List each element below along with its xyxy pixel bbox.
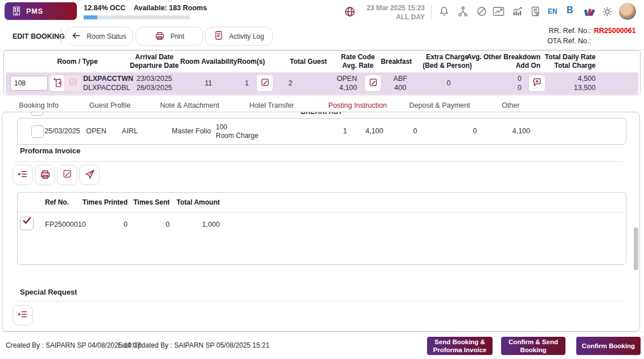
- col-arrival-departure: Arrival DateDeparture Date: [126, 51, 183, 72]
- top-bar: PMS 12.84% OCC Available: 183 Rooms 23 M…: [0, 0, 644, 23]
- room-type-alt: DLXPACCDBL: [83, 83, 129, 92]
- section-divider: [14, 161, 624, 162]
- posting-row-checkbox[interactable]: [31, 112, 43, 116]
- printer-icon: [154, 30, 165, 43]
- total-cell: 4,500 13,500: [550, 72, 596, 94]
- avg-rate: 4,100: [311, 83, 357, 92]
- paper-plane-icon: [84, 169, 95, 182]
- proforma-list-button[interactable]: [13, 165, 33, 185]
- tree-view-icon[interactable]: [457, 6, 469, 17]
- list-outdent-icon: [17, 168, 28, 182]
- posting-amount: 4,100: [349, 119, 383, 144]
- posting-market-code: AIRL: [113, 119, 147, 144]
- dates-cell: 23/03/2025 26/03/2025: [126, 72, 183, 94]
- tab-posting-instruction[interactable]: Posting Instruction: [329, 101, 387, 109]
- proforma-edit-button[interactable]: [57, 165, 77, 185]
- add-on-box-icon: [532, 77, 542, 89]
- proforma-send-button[interactable]: [79, 165, 100, 185]
- room-number-input[interactable]: [10, 76, 48, 91]
- currency-selector[interactable]: B: [567, 5, 573, 15]
- add-on-button[interactable]: [528, 75, 545, 92]
- extra-charge-cell: 0: [426, 72, 471, 94]
- user-avatar[interactable]: [619, 3, 636, 20]
- tab-content-panel: BREAKFAST 25/03/2025 OPEN AIRL Master Fo…: [2, 112, 640, 332]
- notifications-bell-icon[interactable]: [438, 6, 450, 17]
- booking-row[interactable]: DLXPACCTWN DLXPACCDBL 23/03/2025 26/03/2…: [6, 72, 638, 94]
- activity-log-button[interactable]: Activity Log: [205, 27, 273, 46]
- room-status-button[interactable]: Room Status: [65, 27, 133, 46]
- proforma-print-button[interactable]: [35, 165, 55, 185]
- charge-name: Room Charge: [216, 132, 273, 140]
- ota-ref-label: OTA Ref. No.:: [547, 36, 591, 46]
- occupancy-text: 12.84% OCC: [84, 4, 126, 12]
- proforma-table: Ref No. Times Printed Times Sent Total A…: [17, 192, 626, 265]
- current-datetime: 23 Mar 2025 15:23: [353, 3, 425, 13]
- reference-numbers: RR. Ref. No.: RR25000061 OTA Ref. No.:: [547, 26, 639, 46]
- total-charge: 13,500: [550, 83, 596, 92]
- language-selector[interactable]: EN: [548, 7, 557, 15]
- action-bar: EDIT BOOKING : Room Status Print Activit…: [0, 23, 644, 50]
- block-icon[interactable]: [476, 6, 487, 17]
- tab-other[interactable]: Other: [502, 101, 519, 109]
- checkmark-icon: [22, 213, 32, 234]
- avg-other-breakdown-value: 0: [479, 74, 522, 83]
- printer-icon: [39, 168, 51, 182]
- posting-date: 25/03/2025: [44, 119, 79, 144]
- pms-logo[interactable]: PMS: [5, 2, 77, 20]
- datetime-block: 23 Mar 2025 15:23 ALL DAY: [353, 3, 425, 22]
- print-label: Print: [170, 32, 184, 40]
- rate-cell: OPEN 4,100: [311, 72, 357, 94]
- total-guest-cell: 2: [276, 72, 305, 94]
- arrival-date: 23/03/2025: [126, 74, 183, 83]
- activity-log-icon: [214, 30, 224, 42]
- pms-edit-booking-screen: PMS 12.84% OCC Available: 183 Rooms 23 M…: [0, 0, 644, 359]
- pf-col-times-sent: Times Sent: [132, 193, 170, 212]
- avg-other-breakdown-cell: 0 0: [479, 72, 522, 94]
- confirm-booking-button[interactable]: Confirm Booking: [576, 337, 641, 355]
- posting-folio: Master Folio: [169, 119, 214, 144]
- tab-hotel-transfer[interactable]: Hotel Transfer: [249, 101, 294, 109]
- pf-times-printed: 0: [75, 214, 128, 235]
- pf-col-times-printed: Times Printed: [75, 193, 128, 212]
- report-document-icon[interactable]: [530, 6, 541, 17]
- rr-ref-label: RR. Ref. No.:: [547, 26, 591, 36]
- breakfast-rate: 400: [383, 83, 417, 92]
- list-outdent-icon: [17, 308, 28, 322]
- proforma-row-checkbox-checked[interactable]: [20, 217, 34, 230]
- edit-pencil-icon: [62, 169, 72, 181]
- occupancy-progressbar: [84, 15, 190, 19]
- proforma-header-divider: [18, 212, 626, 213]
- door-add-icon: [52, 77, 63, 90]
- edit-guest-button[interactable]: [256, 75, 273, 92]
- tab-guest-profile[interactable]: Guest Profile: [89, 101, 130, 109]
- tab-deposit-payment[interactable]: Deposit & Payment: [409, 101, 470, 109]
- bar-chart-icon[interactable]: [511, 6, 523, 17]
- pf-col-ref-no: Ref No.: [45, 193, 79, 212]
- breakfast-cell: ABF 400: [383, 72, 417, 94]
- col-total-daily-rate: Total Daily RateTotal Charge: [527, 51, 596, 72]
- pf-total-amount: 1,000: [173, 214, 220, 235]
- assign-room-button[interactable]: [49, 75, 66, 92]
- line-chart-icon[interactable]: [493, 6, 504, 17]
- col-rooms: Room(s): [231, 51, 271, 72]
- confirm-send-booking-button[interactable]: Confirm & Send Booking: [501, 337, 565, 355]
- edit-pencil-icon: [260, 77, 270, 89]
- special-request-list-button[interactable]: [13, 305, 33, 325]
- edit-pencil-icon: [68, 77, 77, 89]
- tab-note-attachment[interactable]: Note & Attachment: [160, 101, 219, 109]
- vertical-scrollbar[interactable]: [634, 227, 638, 270]
- clipped-posting-row: BREAKFAST: [2, 112, 629, 117]
- posting-row-checkbox[interactable]: [31, 125, 44, 138]
- settings-gear-icon[interactable]: [601, 6, 613, 17]
- rate-code: OPEN: [311, 74, 357, 83]
- edit-rate-button[interactable]: [364, 75, 382, 92]
- tab-booking-info[interactable]: Booking Info: [19, 101, 59, 109]
- day-mode: ALL DAY: [353, 13, 425, 22]
- departure-date: 26/03/2025: [126, 83, 183, 92]
- posting-rate-code: OPEN: [79, 119, 113, 144]
- topbar-divider: [431, 5, 432, 19]
- send-booking-proforma-button[interactable]: Send Booking & Proforma Invoice: [427, 337, 493, 355]
- print-button[interactable]: Print: [136, 27, 203, 46]
- posting-total: 4,100: [496, 119, 530, 144]
- theme-palette-icon[interactable]: [583, 5, 597, 18]
